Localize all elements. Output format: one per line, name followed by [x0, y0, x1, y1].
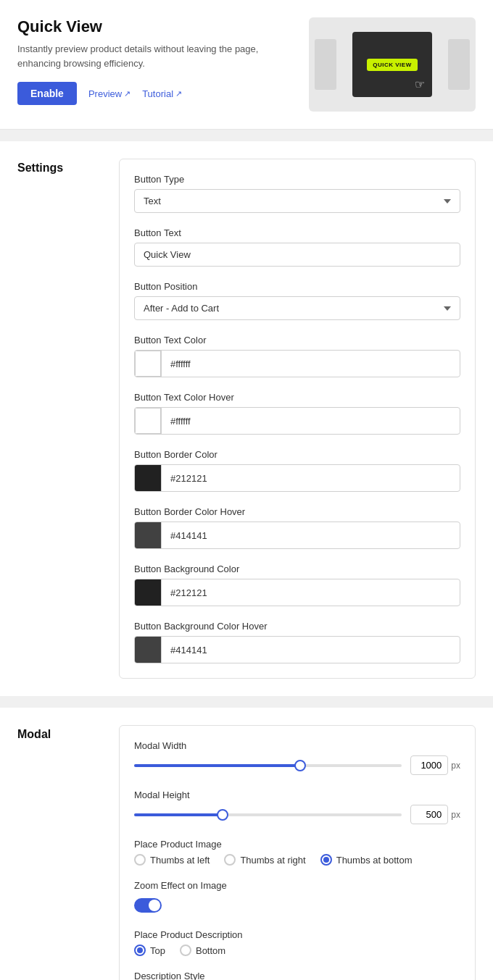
modal-width-fill: [134, 764, 300, 767]
place-product-image-radio-group: Thumbs at left Thumbs at right Thumbs at…: [134, 854, 460, 866]
radio-label-desc-top: Top: [150, 945, 165, 956]
place-product-desc-label: Place Product Description: [134, 929, 460, 940]
modal-width-track[interactable]: [134, 764, 402, 767]
button-border-color-field: Button Border Color: [134, 449, 460, 492]
button-position-field: Button Position After - Add to Cart Befo…: [134, 281, 460, 320]
modal-height-unit: px: [451, 810, 460, 820]
zoom-effect-toggle[interactable]: [134, 898, 162, 913]
external-link-icon: ↗: [124, 89, 130, 99]
radio-circle-thumbs-bottom: [320, 854, 332, 866]
button-border-color-hover-input-group: [134, 522, 460, 549]
button-text-color-label: Button Text Color: [134, 335, 460, 345]
button-bg-color-field: Button Background Color: [134, 564, 460, 606]
place-product-image-label: Place Product Image: [134, 839, 460, 850]
button-bg-color-input[interactable]: [162, 582, 460, 604]
description-style-label: Description Style: [134, 971, 460, 980]
button-bg-color-hover-field: Button Background Color Hover: [134, 621, 460, 663]
zoom-effect-track: [134, 898, 162, 913]
button-text-color-input[interactable]: [162, 353, 460, 375]
modal-width-label: Modal Width: [134, 740, 460, 751]
radio-circle-thumbs-left: [134, 854, 146, 866]
button-text-field: Button Text: [134, 227, 460, 267]
modal-width-slider-row: px: [134, 755, 460, 775]
radio-thumbs-left[interactable]: Thumbs at left: [134, 854, 210, 866]
radio-desc-top[interactable]: Top: [134, 945, 165, 956]
modal-label: Modal: [17, 725, 104, 741]
button-bg-color-swatch[interactable]: [135, 579, 161, 606]
header-left: Quick View Instantly preview product det…: [17, 17, 309, 105]
zoom-effect-label: Zoom Effect on Image: [134, 880, 460, 891]
button-bg-color-hover-label: Button Background Color Hover: [134, 621, 460, 632]
button-text-color-hover-input-group: [134, 407, 460, 435]
cursor-icon: ☞: [415, 78, 425, 91]
button-position-label: Button Position: [134, 281, 460, 292]
radio-label-desc-bottom: Bottom: [196, 945, 225, 956]
button-border-color-input[interactable]: [162, 467, 460, 490]
button-type-select[interactable]: Text Icon Text + Icon: [134, 189, 460, 213]
preview-link[interactable]: Preview ↗: [88, 88, 130, 99]
modal-height-label: Modal Height: [134, 790, 460, 800]
radio-circle-desc-top: [134, 945, 146, 956]
button-position-select[interactable]: After - Add to Cart Before - Add to Cart…: [134, 296, 460, 320]
enable-button[interactable]: Enable: [17, 82, 77, 105]
button-text-color-field: Button Text Color: [134, 335, 460, 377]
button-border-color-swatch[interactable]: [135, 465, 161, 491]
radio-desc-bottom[interactable]: Bottom: [180, 945, 225, 956]
place-product-desc-radio-group: Top Bottom: [134, 945, 460, 956]
radio-thumbs-bottom[interactable]: Thumbs at bottom: [320, 854, 413, 866]
modal-height-track[interactable]: [134, 813, 402, 816]
place-product-image-field: Place Product Image Thumbs at left Thumb…: [134, 839, 460, 866]
button-bg-color-label: Button Background Color: [134, 564, 460, 574]
button-text-label: Button Text: [134, 227, 460, 238]
button-border-color-hover-field: Button Border Color Hover: [134, 506, 460, 549]
place-product-desc-field: Place Product Description Top Bottom: [134, 929, 460, 956]
page-title: Quick View: [17, 17, 294, 36]
modal-panel: Modal Width px Modal Height: [119, 725, 476, 980]
button-border-color-input-group: [134, 464, 460, 492]
page-description: Instantly preview product details withou…: [17, 42, 294, 70]
preview-bg-right: [448, 39, 470, 90]
modal-height-thumb[interactable]: [217, 809, 228, 821]
button-bg-color-hover-input-group: [134, 636, 460, 663]
radio-circle-thumbs-right: [224, 854, 236, 866]
settings-panel: Button Type Text Icon Text + Icon Button…: [119, 159, 476, 679]
modal-height-value-wrapper: px: [410, 805, 460, 824]
button-border-color-label: Button Border Color: [134, 449, 460, 460]
modal-width-unit: px: [451, 761, 460, 771]
radio-label-thumbs-left: Thumbs at left: [150, 855, 210, 866]
button-text-color-hover-label: Button Text Color Hover: [134, 392, 460, 403]
modal-width-thumb[interactable]: [294, 760, 306, 771]
button-text-color-hover-input[interactable]: [162, 410, 460, 432]
modal-width-input[interactable]: [410, 755, 448, 775]
button-text-color-swatch[interactable]: [135, 351, 161, 377]
button-bg-color-hover-swatch[interactable]: [135, 637, 161, 663]
button-border-color-hover-label: Button Border Color Hover: [134, 506, 460, 517]
radio-thumbs-right[interactable]: Thumbs at right: [224, 854, 305, 866]
modal-width-value-wrapper: px: [410, 755, 460, 775]
button-text-input[interactable]: [134, 243, 460, 267]
button-type-field: Button Type Text Icon Text + Icon: [134, 174, 460, 213]
radio-label-thumbs-bottom: Thumbs at bottom: [336, 855, 413, 866]
preview-quick-view-button: QUICK VIEW: [367, 59, 417, 71]
modal-height-input[interactable]: [410, 805, 448, 824]
header-actions: Enable Preview ↗ Tutorial ↗: [17, 82, 294, 105]
external-link-icon-2: ↗: [175, 89, 182, 99]
settings-label: Settings: [17, 159, 104, 175]
modal-section: Modal Modal Width px Modal He: [0, 708, 493, 980]
header-section: Quick View Instantly preview product det…: [0, 0, 493, 130]
button-text-color-input-group: [134, 350, 460, 377]
button-bg-color-input-group: [134, 579, 460, 606]
modal-width-field: Modal Width px: [134, 740, 460, 775]
zoom-effect-field: Zoom Effect on Image: [134, 880, 460, 915]
button-bg-color-hover-input[interactable]: [162, 639, 460, 661]
button-type-label: Button Type: [134, 174, 460, 185]
description-style-field: Description Style Full Description Short…: [134, 971, 460, 980]
preview-modal-mockup: QUICK VIEW ☞: [352, 32, 432, 97]
modal-height-slider-row: px: [134, 805, 460, 824]
button-text-color-hover-field: Button Text Color Hover: [134, 392, 460, 435]
settings-section: Settings Button Type Text Icon Text + Ic…: [0, 141, 493, 696]
button-border-color-hover-input[interactable]: [162, 524, 460, 547]
tutorial-link[interactable]: Tutorial ↗: [142, 88, 182, 99]
button-text-color-hover-swatch[interactable]: [135, 408, 161, 434]
button-border-color-hover-swatch[interactable]: [135, 522, 161, 548]
